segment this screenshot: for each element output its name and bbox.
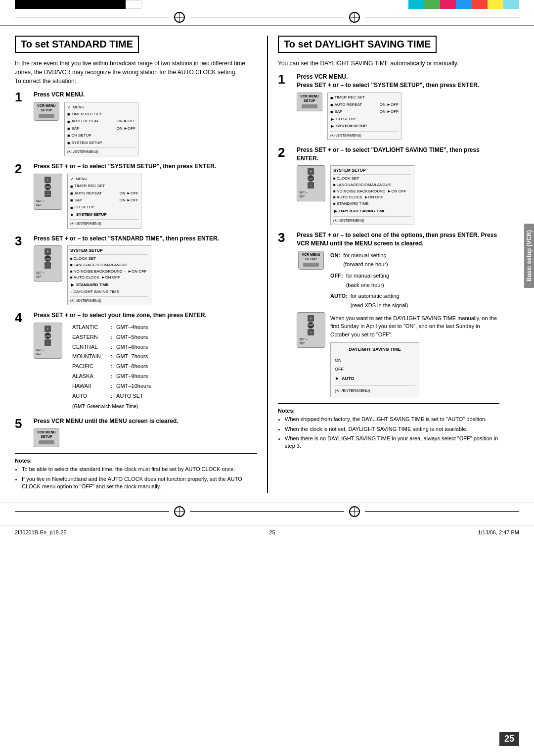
step-5-content: Press VCR MENU until the MENU screen is … — [34, 417, 257, 447]
step-3-illustration: + ENT – SET +SET SYSTEM SET — [34, 245, 257, 305]
right-step-3: 3 Press SET + or – to select one of the … — [278, 231, 499, 397]
bottom-line-mid — [190, 511, 344, 512]
step-4-illustration: + ENT – SET +SET ATLANTIC:G — [34, 323, 257, 411]
step-1-remote-label: VCR MENUSETUP — [35, 103, 58, 112]
right-step-1-number: 1 — [278, 73, 293, 86]
color-block-ltcyan — [503, 0, 519, 9]
color-block-green — [424, 0, 440, 9]
right-step-1: 1 Press VCR MENU.Press SET + or – to sel… — [278, 73, 499, 140]
color-block-blue — [456, 0, 472, 9]
bottom-line-left — [15, 511, 169, 512]
footer-center: 25 — [269, 529, 275, 535]
step-3-remote: + ENT – SET +SET — [34, 245, 62, 282]
step-4-text: Press SET + or – to select your time zon… — [34, 311, 257, 320]
crosshair-bottom-left — [174, 506, 185, 517]
step-5-text: Press VCR MENU until the MENU screen is … — [34, 417, 257, 425]
bottom-line-right — [365, 511, 519, 512]
color-block-6 — [94, 0, 110, 9]
right-color-blocks — [408, 0, 519, 9]
standard-time-notes: Notes: To be able to select the standard… — [15, 453, 257, 490]
note-item-1: To be able to select the standard time, … — [22, 466, 257, 473]
daylight-saving-notes: Notes: When shipped from factory, the DA… — [278, 403, 499, 450]
right-step-2: 2 Press SET + or – to select "DAYLIGHT S… — [278, 146, 499, 225]
notes-title-right: Notes: — [278, 408, 499, 414]
header-bar — [0, 9, 534, 26]
footer: 2I30201B-En_p18-25 25 1/13/06, 2:47 PM — [0, 525, 534, 539]
step-2: 2 Press SET + or – to select "SYSTEM SET… — [15, 162, 257, 228]
step-4-remote: + ENT – SET +SET — [34, 323, 62, 359]
step-1: 1 Press VCR MENU. VCR MENUSETUP ✓MENU ■T… — [15, 91, 257, 156]
right-step-3-remote-top: VCR MENUSETUP — [298, 251, 324, 270]
right-note-2: When the clock is not set, DAYLIGHT SAVI… — [285, 425, 499, 433]
bottom-bar — [0, 503, 534, 520]
step-1-number: 1 — [15, 91, 30, 103]
left-color-blocks — [15, 0, 141, 9]
step-2-illustration: + ENT – SET +SET ✓MENU — [34, 174, 257, 229]
right-step-2-menu: SYSTEM SETUP ■CLOCK SET ■LANGUAGE/IDIOMA… — [330, 165, 414, 225]
step-2-text: Press SET + or – to select "SYSTEM SETUP… — [34, 162, 257, 171]
color-block-7 — [110, 0, 126, 9]
daylight-saving-intro: You can set the DAYLIGHT SAVING TIME aut… — [278, 59, 499, 68]
footer-right: 1/13/06, 2:47 PM — [478, 529, 519, 535]
standard-time-section: To set STANDARD TIME In the rare event t… — [15, 36, 257, 493]
step-2-number: 2 — [15, 162, 30, 175]
auto-label: AUTO: — [330, 291, 348, 301]
right-step-1-menu: ■TIMER REC SET ■AUTO REPEATON ►OFF ■SAPO… — [327, 93, 401, 140]
daylight-saving-title: To set DAYLIGHT SAVING TIME — [278, 36, 437, 53]
right-step-1-illustration: VCR MENUSETUP ■TIMER REC SET ■AUTO REPEA… — [297, 93, 499, 140]
right-step-2-number: 2 — [278, 146, 293, 159]
header-line-right — [365, 17, 519, 17]
step-5-number: 5 — [15, 417, 30, 430]
step-1-illustration: VCR MENUSETUP ✓MENU ■TIMER REC SET ■AUTO… — [34, 102, 257, 157]
daylight-saving-section: To set DAYLIGHT SAVING TIME You can set … — [267, 36, 519, 493]
right-step-1-remote: VCR MENUSETUP — [297, 93, 322, 111]
color-block-5 — [78, 0, 94, 9]
on-label: ON: — [330, 251, 340, 260]
color-block-yellow — [488, 0, 503, 9]
right-step-3-remote-dpad: + ENT – SET +SET — [297, 312, 325, 348]
step-3: 3 Press SET + or – to select "STANDARD T… — [15, 235, 257, 306]
right-step-3-remotes: VCR MENUSETUP + ENT — [297, 251, 325, 348]
crosshair-left — [174, 12, 185, 23]
main-content: To set STANDARD TIME In the rare event t… — [0, 26, 534, 498]
off-label: OFF: — [330, 271, 343, 281]
top-color-bar — [0, 0, 534, 9]
step-3-menu: SYSTEM SETUP ■CLOCK SET ■LANGUAGE/IDIOMA… — [67, 245, 151, 305]
note-item-2: If you live in Newfoundland and the AUTO… — [22, 475, 257, 491]
off-desc: for manual setting(back one hour) — [346, 271, 389, 289]
daylight-saving-menu: DAYLIGHT SAVING TIME ON OFF ►AUTO (+/–/E… — [330, 342, 419, 397]
header-line-mid — [190, 17, 344, 17]
footer-left: 2I30201B-En_p18-25 — [15, 529, 67, 535]
basic-setup-sidebar-label: Basic setup (VCR) — [524, 224, 534, 288]
step-1-menu: ✓MENU ■TIMER REC SET ■AUTO REPEATON ►OFF… — [64, 102, 138, 157]
right-step-1-content: Press VCR MENU.Press SET + or – to selec… — [297, 73, 499, 140]
step-5-remote: VCR MENUSETUP — [34, 428, 59, 447]
color-block-red — [472, 0, 488, 9]
step-2-menu: ✓MENU ■TIMER REC SET ■AUTO REPEATON ►OFF… — [67, 174, 141, 229]
daylight-extra-text: When you want to set the DAYLIGHT SAVING… — [330, 314, 499, 339]
page-number: 25 — [499, 732, 519, 746]
auto-desc: for automatic setting(read XDS in the si… — [351, 291, 408, 310]
color-block-2 — [31, 0, 46, 9]
step-2-content: Press SET + or – to select "SYSTEM SETUP… — [34, 162, 257, 228]
right-step-2-remote: + ENT – SET +SET — [297, 165, 325, 201]
right-step-3-text: Press SET + or – to select one of the op… — [297, 231, 499, 248]
color-block-8 — [126, 0, 141, 9]
crosshair-bottom-right — [349, 506, 360, 517]
step-5-illustration: VCR MENUSETUP — [34, 428, 257, 447]
right-note-3: When there is no DAYLIGHT SAVING TIME in… — [285, 435, 499, 450]
gmt-note: (GMT: Greenwich Mean Time) — [72, 402, 151, 411]
notes-list-left: To be able to select the standard time, … — [15, 466, 257, 490]
step-4-number: 4 — [15, 311, 30, 324]
standard-time-title: To set STANDARD TIME — [15, 36, 139, 53]
color-block-cyan — [408, 0, 424, 9]
right-note-1: When shipped from factory, the DAYLIGHT … — [285, 416, 499, 423]
step-4: 4 Press SET + or – to select your time z… — [15, 311, 257, 411]
notes-list-right: When shipped from factory, the DAYLIGHT … — [278, 416, 499, 450]
step-4-content: Press SET + or – to select your time zon… — [34, 311, 257, 411]
timezone-table: ATLANTIC:GMT–4hours EASTERN:GMT–5hours C… — [72, 323, 151, 411]
right-step-2-content: Press SET + or – to select "DAYLIGHT SAV… — [297, 146, 499, 225]
step-2-remote: + ENT – SET +SET — [34, 174, 62, 210]
color-block-magenta — [440, 0, 456, 9]
step-3-number: 3 — [15, 235, 30, 247]
